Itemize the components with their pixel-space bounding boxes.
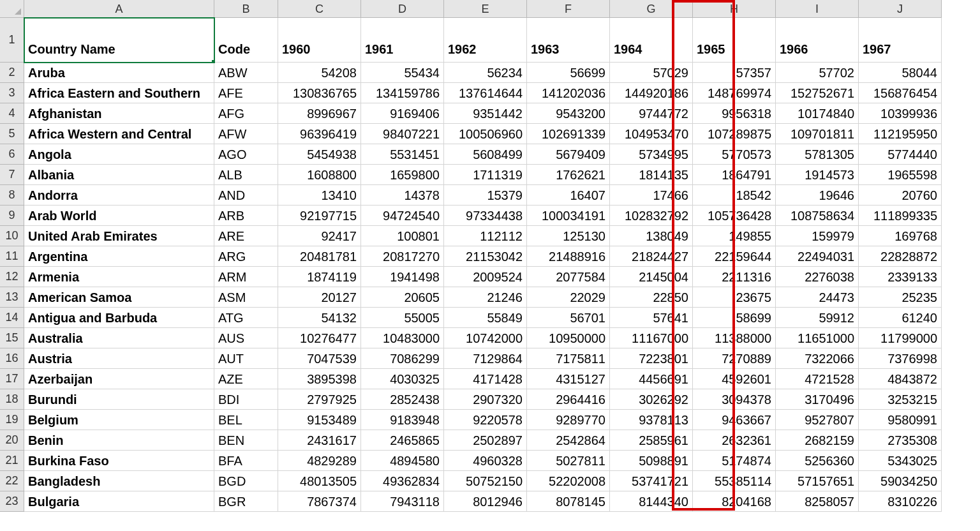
cell-value[interactable]: 53741721 bbox=[610, 471, 693, 491]
cell-country-name[interactable]: Belgium bbox=[24, 410, 214, 430]
cell-value[interactable]: 7322066 bbox=[776, 348, 859, 369]
cell-value[interactable]: 5027811 bbox=[527, 451, 610, 471]
row-header-18[interactable]: 18 bbox=[0, 389, 24, 410]
cell-value[interactable]: 3253215 bbox=[859, 389, 942, 410]
cell-value[interactable]: 57029 bbox=[610, 63, 693, 83]
cell-value[interactable]: 9169406 bbox=[361, 103, 444, 124]
cell-value[interactable]: 20760 bbox=[859, 185, 942, 206]
row-header-5[interactable]: 5 bbox=[0, 124, 24, 144]
cell-value[interactable]: 2682159 bbox=[776, 430, 859, 451]
cell-value[interactable]: 24473 bbox=[776, 287, 859, 308]
cell-value[interactable]: 100034191 bbox=[527, 206, 610, 226]
cell-value[interactable]: 10399936 bbox=[859, 103, 942, 124]
cell-value[interactable]: 57641 bbox=[610, 308, 693, 328]
cell-country-name[interactable]: Armenia bbox=[24, 267, 214, 287]
cell-value[interactable]: 109701811 bbox=[776, 124, 859, 144]
header-cell[interactable]: 1961 bbox=[361, 18, 444, 63]
cell-value[interactable]: 11651000 bbox=[776, 328, 859, 348]
cell-value[interactable]: 56701 bbox=[527, 308, 610, 328]
cell-value[interactable]: 1874119 bbox=[278, 267, 361, 287]
cell-value[interactable]: 59912 bbox=[776, 308, 859, 328]
cell-value[interactable]: 1608800 bbox=[278, 165, 361, 185]
cell-country-name[interactable]: Bulgaria bbox=[24, 491, 214, 512]
row-header-6[interactable]: 6 bbox=[0, 144, 24, 165]
cell-value[interactable]: 7376998 bbox=[859, 348, 942, 369]
cell-value[interactable]: 50752150 bbox=[444, 471, 527, 491]
cell-value[interactable]: 3026292 bbox=[610, 389, 693, 410]
cell-value[interactable]: 4829289 bbox=[278, 451, 361, 471]
cell-country-name[interactable]: Burundi bbox=[24, 389, 214, 410]
cell-country-name[interactable]: Austria bbox=[24, 348, 214, 369]
cell-value[interactable]: 7175811 bbox=[527, 348, 610, 369]
cell-value[interactable]: 2339133 bbox=[859, 267, 942, 287]
cell-value[interactable]: 7867374 bbox=[278, 491, 361, 512]
cell-value[interactable]: 22494031 bbox=[776, 246, 859, 267]
cell-country-name[interactable]: Andorra bbox=[24, 185, 214, 206]
cell-value[interactable]: 9744772 bbox=[610, 103, 693, 124]
cell-country-code[interactable]: BFA bbox=[214, 451, 278, 471]
cell-value[interactable]: 100506960 bbox=[444, 124, 527, 144]
cell-country-code[interactable]: ATG bbox=[214, 308, 278, 328]
cell-value[interactable]: 130836765 bbox=[278, 83, 361, 103]
cell-value[interactable]: 4315127 bbox=[527, 369, 610, 389]
cell-country-code[interactable]: AUS bbox=[214, 328, 278, 348]
cell-value[interactable]: 2502897 bbox=[444, 430, 527, 451]
cell-value[interactable]: 5256360 bbox=[776, 451, 859, 471]
cell-value[interactable]: 58699 bbox=[693, 308, 776, 328]
cell-value[interactable]: 8258057 bbox=[776, 491, 859, 512]
cell-value[interactable]: 55849 bbox=[444, 308, 527, 328]
cell-value[interactable]: 22029 bbox=[527, 287, 610, 308]
row-header-21[interactable]: 21 bbox=[0, 451, 24, 471]
cell-value[interactable]: 21488916 bbox=[527, 246, 610, 267]
cell-value[interactable]: 4894580 bbox=[361, 451, 444, 471]
row-header-15[interactable]: 15 bbox=[0, 328, 24, 348]
cell-country-code[interactable]: AFW bbox=[214, 124, 278, 144]
cell-country-name[interactable]: Angola bbox=[24, 144, 214, 165]
column-header-F[interactable]: F bbox=[527, 0, 610, 18]
cell-value[interactable]: 96396419 bbox=[278, 124, 361, 144]
cell-value[interactable]: 108758634 bbox=[776, 206, 859, 226]
cell-value[interactable]: 20481781 bbox=[278, 246, 361, 267]
header-cell[interactable]: 1963 bbox=[527, 18, 610, 63]
header-cell[interactable]: 1964 bbox=[610, 18, 693, 63]
cell-value[interactable]: 20817270 bbox=[361, 246, 444, 267]
cell-country-name[interactable]: Africa Western and Central bbox=[24, 124, 214, 144]
cell-value[interactable]: 9289770 bbox=[527, 410, 610, 430]
cell-value[interactable]: 16407 bbox=[527, 185, 610, 206]
cell-value[interactable]: 59034250 bbox=[859, 471, 942, 491]
cell-country-name[interactable]: Azerbaijan bbox=[24, 369, 214, 389]
cell-country-code[interactable]: ALB bbox=[214, 165, 278, 185]
cell-country-code[interactable]: BEL bbox=[214, 410, 278, 430]
cell-value[interactable]: 1914573 bbox=[776, 165, 859, 185]
cell-value[interactable]: 19646 bbox=[776, 185, 859, 206]
cell-value[interactable]: 2077584 bbox=[527, 267, 610, 287]
cell-value[interactable]: 14378 bbox=[361, 185, 444, 206]
cell-value[interactable]: 141202036 bbox=[527, 83, 610, 103]
cell-value[interactable]: 4592601 bbox=[693, 369, 776, 389]
cell-value[interactable]: 4030325 bbox=[361, 369, 444, 389]
cell-value[interactable]: 22850 bbox=[610, 287, 693, 308]
cell-value[interactable]: 2145004 bbox=[610, 267, 693, 287]
cell-value[interactable]: 58044 bbox=[859, 63, 942, 83]
cell-value[interactable]: 9580991 bbox=[859, 410, 942, 430]
cell-value[interactable]: 9527807 bbox=[776, 410, 859, 430]
cell-value[interactable]: 149855 bbox=[693, 226, 776, 246]
cell-value[interactable]: 4171428 bbox=[444, 369, 527, 389]
cell-value[interactable]: 7086299 bbox=[361, 348, 444, 369]
cell-value[interactable]: 9183948 bbox=[361, 410, 444, 430]
cell-value[interactable]: 10950000 bbox=[527, 328, 610, 348]
cell-value[interactable]: 5531451 bbox=[361, 144, 444, 165]
cell-value[interactable]: 61240 bbox=[859, 308, 942, 328]
cell-country-code[interactable]: BEN bbox=[214, 430, 278, 451]
cell-country-code[interactable]: ARE bbox=[214, 226, 278, 246]
cell-value[interactable]: 97334438 bbox=[444, 206, 527, 226]
cell-value[interactable]: 7270889 bbox=[693, 348, 776, 369]
cell-value[interactable]: 20605 bbox=[361, 287, 444, 308]
cell-value[interactable]: 52202008 bbox=[527, 471, 610, 491]
cell-value[interactable]: 144920186 bbox=[610, 83, 693, 103]
cell-country-code[interactable]: ASM bbox=[214, 287, 278, 308]
cell-value[interactable]: 134159786 bbox=[361, 83, 444, 103]
cell-value[interactable]: 138049 bbox=[610, 226, 693, 246]
cell-country-code[interactable]: AGO bbox=[214, 144, 278, 165]
cell-value[interactable]: 8078145 bbox=[527, 491, 610, 512]
